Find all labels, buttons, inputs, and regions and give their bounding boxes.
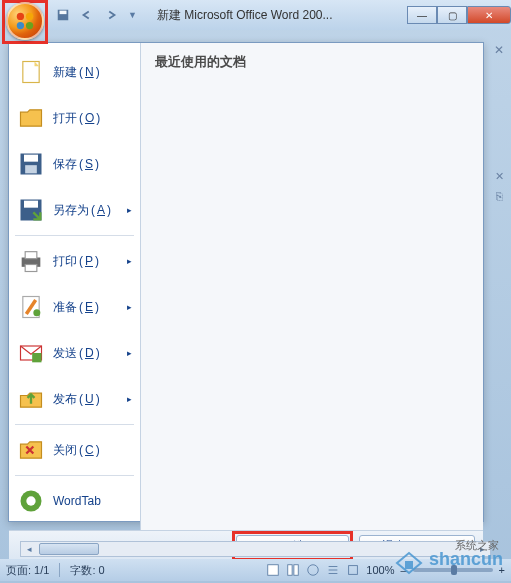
window-title: 新建 Microsoft Office Word 200... [157, 7, 407, 24]
scroll-left-icon[interactable]: ◂ [21, 542, 37, 556]
svg-rect-14 [25, 265, 37, 272]
svg-point-2 [17, 22, 24, 29]
view-print-layout-icon[interactable] [266, 563, 280, 577]
chevron-right-icon: ▸ [127, 348, 132, 358]
menu-separator [15, 235, 134, 236]
svg-rect-24 [288, 565, 292, 576]
zoom-level[interactable]: 100% [366, 564, 394, 576]
svg-point-1 [26, 13, 33, 20]
minimize-button[interactable]: — [407, 6, 437, 24]
close-doc-icon [17, 436, 45, 464]
close-window-button[interactable]: ✕ [467, 6, 511, 24]
status-page[interactable]: 页面: 1/1 [6, 563, 49, 578]
svg-point-26 [308, 565, 319, 576]
svg-rect-5 [60, 11, 67, 15]
save-icon[interactable] [56, 8, 70, 22]
save-as-icon [17, 196, 45, 224]
svg-rect-28 [405, 561, 413, 569]
panel-close-icon[interactable]: ✕ [491, 42, 507, 58]
svg-point-16 [33, 309, 40, 316]
chevron-right-icon: ▸ [127, 205, 132, 215]
menu-separator [15, 424, 134, 425]
svg-rect-13 [25, 252, 37, 259]
office-menu: 新建(N) 打开(O) 保存(S) 另存为(A) ▸ 打印(P) ▸ [8, 42, 484, 522]
quick-access-toolbar: ▼ [56, 8, 137, 22]
menu-item-close[interactable]: 关闭(C) [9, 427, 140, 473]
prepare-icon [17, 293, 45, 321]
side-close-icon[interactable]: ✕ [491, 168, 507, 184]
titlebar: ▼ 新建 Microsoft Office Word 200... — ▢ ✕ [0, 0, 511, 30]
send-mail-icon [17, 339, 45, 367]
svg-rect-9 [25, 165, 37, 173]
menu-item-send[interactable]: 发送(D) ▸ [9, 330, 140, 376]
new-document-icon [17, 58, 45, 86]
watermark-logo-icon [393, 543, 425, 575]
svg-rect-18 [32, 353, 41, 362]
status-word-count[interactable]: 字数: 0 [70, 563, 104, 578]
svg-point-3 [26, 22, 33, 29]
menu-item-publish[interactable]: 发布(U) ▸ [9, 376, 140, 422]
watermark: shancun [393, 543, 503, 575]
svg-rect-11 [24, 201, 38, 208]
save-disk-icon [17, 150, 45, 178]
undo-icon[interactable] [80, 8, 94, 22]
menu-item-prepare[interactable]: 准备(E) ▸ [9, 284, 140, 330]
qat-dropdown-icon[interactable]: ▼ [128, 10, 137, 20]
open-folder-icon [17, 104, 45, 132]
svg-rect-8 [24, 155, 38, 162]
svg-rect-27 [349, 566, 358, 575]
menu-item-wordtab[interactable]: WordTab [9, 478, 140, 524]
scroll-thumb[interactable] [39, 543, 99, 555]
view-draft-icon[interactable] [346, 563, 360, 577]
chevron-right-icon: ▸ [127, 394, 132, 404]
wordtab-icon [17, 487, 45, 515]
publish-icon [17, 385, 45, 413]
maximize-button[interactable]: ▢ [437, 6, 467, 24]
menu-commands-list: 新建(N) 打开(O) 保存(S) 另存为(A) ▸ 打印(P) ▸ [9, 43, 141, 530]
chevron-right-icon: ▸ [127, 256, 132, 266]
menu-item-open[interactable]: 打开(O) [9, 95, 140, 141]
printer-icon [17, 247, 45, 275]
side-tool-icon[interactable]: ⎘ [491, 188, 507, 204]
view-outline-icon[interactable] [326, 563, 340, 577]
chevron-right-icon: ▸ [127, 302, 132, 312]
svg-point-20 [26, 496, 35, 505]
office-logo-icon [14, 10, 36, 32]
svg-rect-25 [294, 565, 298, 576]
menu-item-save[interactable]: 保存(S) [9, 141, 140, 187]
view-web-icon[interactable] [306, 563, 320, 577]
recent-documents-header: 最近使用的文档 [155, 53, 469, 71]
svg-point-0 [17, 13, 24, 20]
recent-documents-panel: 最近使用的文档 [141, 43, 483, 530]
menu-separator [15, 475, 134, 476]
view-reading-icon[interactable] [286, 563, 300, 577]
menu-item-print[interactable]: 打印(P) ▸ [9, 238, 140, 284]
menu-item-new[interactable]: 新建(N) [9, 49, 140, 95]
redo-icon[interactable] [104, 8, 118, 22]
svg-rect-23 [268, 565, 279, 576]
menu-item-save-as[interactable]: 另存为(A) ▸ [9, 187, 140, 233]
office-button[interactable] [6, 2, 44, 40]
